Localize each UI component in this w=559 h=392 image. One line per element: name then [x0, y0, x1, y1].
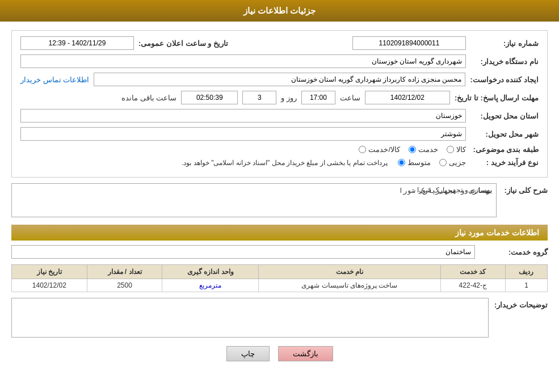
tarikh-vaelam-input[interactable] — [20, 36, 134, 50]
cell-kod_khadamat: ج-42-422 — [440, 279, 505, 292]
col-tedad: تعداد / مقدار — [87, 265, 162, 279]
remaining-label: ساعت باقی مانده — [121, 94, 176, 102]
services-table: ردیف کد خدمت نام خدمت واحد اندازه گیری ت… — [11, 264, 548, 292]
radio-kala-khadamat[interactable]: کالا/خدمت — [359, 145, 400, 154]
ijad-label: ایجاد کننده درخواست: — [470, 75, 539, 84]
sharh-textarea[interactable] — [11, 183, 497, 217]
print-button[interactable]: چاپ — [226, 346, 270, 361]
main-info-section: شماره نیاز: تاریخ و ساعت اعلان عمومی: نا… — [11, 30, 548, 178]
mohlet-remaining-input[interactable] — [181, 91, 238, 104]
page-title: جزئیات اطلاعات نیاز — [243, 6, 316, 15]
ejad-link[interactable]: اطلاعات تماس خریدار — [20, 75, 89, 84]
group-input[interactable] — [11, 245, 475, 259]
col-name: نام خدمت — [259, 265, 440, 279]
cell-tarikh: 1402/12/02 — [12, 279, 87, 292]
shahr-input[interactable] — [20, 127, 466, 141]
col-tarikh: تاریخ نیاز — [12, 265, 87, 279]
row-name-dastgah: نام دستگاه خریدار: — [20, 54, 539, 68]
group-label: گروه خدمت: — [480, 248, 548, 256]
radio-jozi[interactable]: جزیی — [439, 158, 466, 167]
col-radif: ردیف — [505, 265, 547, 279]
sharh-label: شرح کلی نیاز: — [502, 183, 548, 195]
cell-radif: 1 — [505, 279, 547, 292]
page-header: جزئیات اطلاعات نیاز — [0, 0, 559, 22]
mohlet-saat-input[interactable] — [301, 91, 335, 104]
nav-farayand-radio-group: متوسط جزیی — [398, 158, 466, 167]
cell-vahed: مترمربع — [162, 279, 259, 292]
services-title: اطلاعات خدمات مورد نیاز — [455, 228, 539, 237]
desc-textarea[interactable] — [11, 298, 489, 338]
row-shomara-tarikh: شماره نیاز: تاریخ و ساعت اعلان عمومی: — [20, 36, 539, 50]
name-dastgah-input[interactable] — [20, 54, 466, 68]
services-section-header: اطلاعات خدمات مورد نیاز — [11, 225, 548, 241]
row-ostan: استان محل تحویل: — [20, 109, 539, 123]
ostan-label: استان محل تحویل: — [470, 112, 539, 120]
table-row: 1ج-42-422ساخت پروژه‌های تاسیسات شهریمترم… — [12, 279, 548, 292]
radio-motavaset-label: متوسط — [407, 158, 431, 167]
cell-name_khadamat: ساخت پروژه‌های تاسیسات شهری — [259, 279, 440, 292]
col-vahed: واحد اندازه گیری — [162, 265, 259, 279]
radio-khadamat-label: خدمت — [418, 145, 438, 154]
desc-label: توضیحات خریدار: — [494, 298, 548, 309]
nav-farayand-notice: پرداخت تمام یا بخشی از مبلغ خریداز محل "… — [182, 159, 388, 167]
mohlet-label: مهلت ارسال پاسخ: تا تاریخ: — [455, 94, 539, 102]
buttons-row: بازگشت چاپ — [11, 346, 548, 361]
tabaqeh-radio-group: کالا/خدمت خدمت کالا — [359, 145, 466, 154]
radio-kala-khadamat-label: کالا/خدمت — [368, 145, 400, 154]
shomara-niaz-label: شماره نیاز: — [470, 39, 539, 48]
ostan-input[interactable] — [20, 109, 466, 123]
description-section: توضیحات خریدار: — [11, 298, 548, 338]
row-group-khadamat: گروه خدمت: — [11, 245, 548, 259]
name-dastgah-label: نام دستگاه خریدار: — [470, 57, 539, 66]
radio-kala-label: کالا — [456, 145, 466, 154]
tarikh-vaelam-label: تاریخ و ساعت اعلان عمومی: — [138, 39, 228, 48]
back-button[interactable]: بازگشت — [278, 346, 333, 361]
row-mohlet: مهلت ارسال پاسخ: تا تاریخ: ساعت روز و سا… — [20, 91, 539, 104]
radio-khadamat[interactable]: خدمت — [409, 145, 438, 154]
tabaqeh-label: طبقه بندی موضوعی: — [470, 145, 539, 154]
shahr-label: شهر محل تحویل: — [470, 130, 539, 138]
mohlet-date-input[interactable] — [365, 91, 450, 104]
ijad-input[interactable] — [94, 73, 465, 86]
sharh-section: شرح کلی نیاز: بهسازی و تجهیزپارک شورا — [11, 183, 548, 219]
table-header-row: ردیف کد خدمت نام خدمت واحد اندازه گیری ت… — [12, 265, 548, 279]
row-shahr: شهر محل تحویل: — [20, 127, 539, 141]
saat-label: ساعت — [340, 94, 360, 102]
row-tabaqeh: طبقه بندی موضوعی: کالا/خدمت خدمت کالا — [20, 145, 539, 154]
services-table-section: ردیف کد خدمت نام خدمت واحد اندازه گیری ت… — [11, 264, 548, 292]
cell-tedad: 2500 — [87, 279, 162, 292]
row-nav-farayand: نوع فرآیند خرید : متوسط جزیی پرداخت تمام… — [20, 158, 539, 167]
shomara-niaz-input[interactable] — [352, 36, 466, 50]
mohlet-roz-input[interactable] — [242, 91, 276, 104]
col-kod: کد خدمت — [440, 265, 505, 279]
radio-jozi-label: جزیی — [449, 158, 466, 167]
radio-motavaset[interactable]: متوسط — [398, 158, 431, 167]
row-ijad: ایجاد کننده درخواست: اطلاعات تماس خریدار — [20, 73, 539, 86]
radio-kala[interactable]: کالا — [447, 145, 466, 154]
roz-label: روز و — [281, 94, 297, 102]
nav-farayand-label: نوع فرآیند خرید : — [470, 158, 539, 167]
